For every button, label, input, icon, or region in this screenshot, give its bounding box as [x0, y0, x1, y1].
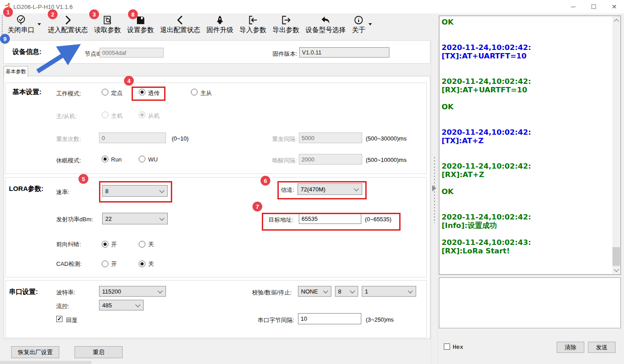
toolbar-button-firmware-upgrade[interactable]: 固件升级	[203, 13, 236, 34]
hscrollbar[interactable]	[0, 361, 91, 364]
rate-select[interactable]: 8	[102, 185, 168, 197]
hex-checkbox[interactable]	[444, 343, 450, 350]
reboot-button[interactable]: 重启	[74, 346, 123, 358]
maximize-button[interactable]: ☐	[583, 0, 604, 13]
about-dropdown-caret[interactable]	[368, 23, 372, 25]
toolbar-label: 进入配置状态	[48, 26, 88, 34]
master-option-label: 主机	[111, 112, 123, 120]
basic-settings-title: 基本设置:	[12, 88, 41, 96]
channel-value: 72(470M)	[301, 186, 326, 193]
log-line	[442, 35, 611, 43]
log-panel[interactable]: OK 2020-11-24,10:02:42:[TX]:AT+UARTFT=10…	[439, 16, 621, 275]
log-scrollbar[interactable]	[612, 17, 620, 274]
byte-interval-field[interactable]	[298, 313, 361, 324]
fec-radio-off[interactable]	[139, 241, 145, 248]
parity-data-stop-label: 校验/数据/停止:	[252, 289, 292, 297]
app-window: LG206-L-P-H10 V1.1.6 ─ ☐ ✕ 关闭串口 进入配置状态 读…	[0, 0, 624, 364]
factory-reset-button[interactable]: 恢复出厂设置	[11, 346, 59, 358]
send-button[interactable]: 发送	[588, 342, 616, 353]
close-serial-dropdown-caret[interactable]	[37, 23, 41, 25]
minimize-button[interactable]: ─	[563, 0, 583, 13]
echo-label: 回显	[66, 316, 78, 324]
splitter-collapse-arrow-icon[interactable]	[432, 185, 436, 191]
log-line: 2020-11-24,10:02:43:	[442, 238, 611, 247]
chevron-down-icon	[157, 288, 162, 293]
rate-label: 速率:	[56, 188, 70, 196]
baud-value: 115200	[102, 288, 121, 295]
toolbar-label: 关于	[352, 26, 365, 34]
resend-interval-field	[299, 132, 362, 143]
send-input-area[interactable]	[439, 277, 621, 328]
target-address-field[interactable]	[299, 214, 361, 224]
fec-option-label: 开	[111, 240, 117, 248]
close-button[interactable]: ✕	[604, 0, 624, 13]
sleep-mode-radio-wu[interactable]	[139, 156, 145, 162]
fec-option-label: 关	[148, 240, 154, 248]
toolbar-button-device-model-select[interactable]: 设备型号选择	[302, 13, 349, 34]
hex-label: Hex	[453, 343, 463, 350]
chevron-down-icon	[159, 215, 164, 220]
work-mode-option-label: 透传	[148, 89, 160, 97]
data-bits-value: 8	[338, 288, 341, 295]
log-line	[442, 230, 611, 238]
chevron-left-icon	[175, 15, 186, 25]
chevron-down-icon	[354, 186, 359, 191]
log-line	[442, 60, 611, 69]
tx-power-select[interactable]: 22	[102, 213, 168, 224]
firmware-version-label: 固件版本:	[273, 50, 298, 58]
tab-basic-params[interactable]: 基本参数	[4, 66, 28, 77]
reply-arrow-icon	[320, 15, 331, 25]
data-bits-select[interactable]: 8	[335, 286, 358, 297]
cad-option-label: 开	[111, 260, 117, 268]
node-id-field[interactable]	[99, 48, 164, 58]
log-line	[442, 120, 611, 128]
stop-bits-select[interactable]: 1	[362, 286, 416, 297]
stop-bits-value: 1	[365, 288, 368, 295]
echo-checkbox[interactable]	[56, 316, 62, 322]
log-line: [RX]:AT+Z	[442, 170, 611, 179]
toolbar-button-export-params[interactable]: 导出参数	[269, 13, 302, 34]
chevron-right-icon	[62, 15, 73, 25]
toolbar-button-exit-config[interactable]: 退出配置状态	[157, 13, 203, 34]
sleep-mode-radio-run[interactable]	[102, 156, 108, 162]
clear-button[interactable]: 清除	[557, 342, 584, 353]
log-output[interactable]: OK 2020-11-24,10:02:42:[TX]:AT+UARTFT=10…	[442, 18, 611, 273]
scroll-up-button[interactable]	[612, 17, 620, 24]
fec-radio-on[interactable]	[102, 241, 108, 248]
channel-select[interactable]: 72(470M)	[298, 183, 362, 195]
log-line: [Info]:设置成功	[442, 221, 611, 230]
log-line: [RX]:LoRa Start!	[442, 247, 611, 255]
parity-select[interactable]: NONE	[298, 286, 331, 297]
work-mode-label: 工作模式:	[56, 90, 81, 98]
scrollbar-thumb[interactable]	[612, 247, 620, 266]
log-line: OK	[442, 18, 611, 26]
step-badge-5: 5	[79, 174, 88, 184]
flow-control-select[interactable]: 485	[99, 300, 144, 310]
firmware-version-field[interactable]	[299, 47, 389, 58]
work-mode-radio-fixed[interactable]	[102, 89, 108, 95]
log-line: [RX]:AT+UARTFT=10	[442, 86, 611, 94]
work-mode-radio-transparent[interactable]	[139, 89, 145, 95]
toolbar-gripper[interactable]	[1, 15, 3, 34]
rate-value: 8	[105, 188, 108, 194]
cad-radio-on[interactable]	[102, 261, 108, 267]
toolbar-label: 导入参数	[240, 26, 266, 34]
log-line: OK	[442, 187, 611, 196]
toolbar-button-import-params[interactable]: 导入参数	[236, 13, 269, 34]
toolbar-button-about[interactable]: 关于	[349, 13, 368, 34]
resend-count-field	[99, 132, 166, 143]
baud-label: 波特率:	[56, 289, 75, 297]
work-mode-radio-master-slave[interactable]	[191, 89, 198, 95]
byte-interval-label: 串口字节间隔:	[258, 316, 294, 324]
target-address-label: 目标地址:	[269, 216, 293, 224]
chevron-down-icon	[408, 288, 413, 293]
master-radio	[102, 112, 108, 118]
baud-select[interactable]: 115200	[99, 286, 166, 297]
cad-radio-off[interactable]	[139, 261, 145, 267]
resend-interval-label: 重发间隔:	[272, 135, 297, 143]
doc-search-icon	[102, 15, 113, 25]
resend-count-range: (0~10)	[172, 135, 189, 142]
log-line	[442, 204, 611, 213]
scroll-down-button[interactable]	[612, 266, 620, 274]
flow-control-value: 485	[102, 302, 112, 309]
